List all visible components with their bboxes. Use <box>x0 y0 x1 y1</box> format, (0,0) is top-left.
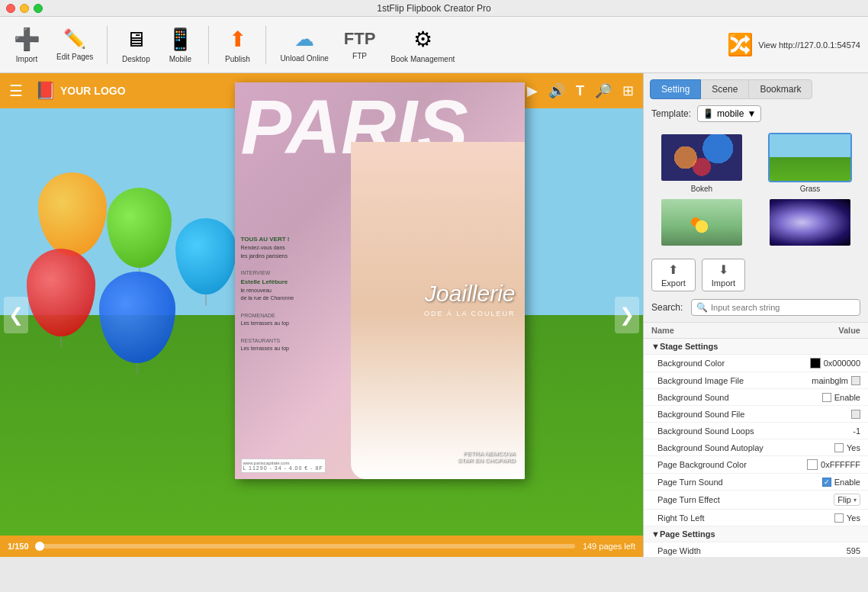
name-column-header: Name <box>651 326 838 335</box>
row-page-width: Page Width 595 <box>644 542 868 557</box>
publish-label: Publish <box>225 55 250 63</box>
background-sound-loops-name: Background Sound Loops <box>657 426 853 436</box>
toolbar-separator-2 <box>208 26 209 64</box>
row-background-sound: Background Sound Enable <box>644 389 868 406</box>
background-color-swatch[interactable] <box>810 358 821 368</box>
scene-grass-label: Grass <box>800 185 821 193</box>
magazine-container: PARIS CAPITALE +PARIS GUIDE IN ENGLISH ■… <box>235 82 525 479</box>
page-info: 1/150 <box>8 542 29 551</box>
logo-book-icon: 📕 <box>35 81 56 101</box>
flowers-bg <box>661 199 742 246</box>
publish-button[interactable]: ⬆ Publish <box>218 24 256 66</box>
export-button[interactable]: ⬆ Export <box>651 259 696 291</box>
search-input-wrap: 🔍 <box>691 299 860 316</box>
background-sound-file-browse[interactable] <box>851 410 860 419</box>
row-page-background-color: Page Background Color 0xFFFFFF <box>644 456 868 474</box>
progress-bar[interactable] <box>37 544 575 549</box>
background-sound-autoplay-name: Background Sound Autoplay <box>657 443 834 452</box>
row-right-to-left: Right To Left Yes <box>644 510 868 526</box>
tab-bookmark[interactable]: Bookmark <box>748 79 812 99</box>
stage-settings-header[interactable]: ▼Stage Settings <box>644 339 868 355</box>
scene-space-img <box>768 198 852 247</box>
template-select[interactable]: 📱 mobile ▼ <box>697 105 761 122</box>
book-management-button[interactable]: ⚙ Book Management <box>386 24 459 66</box>
balloon-orange <box>38 172 107 256</box>
page-settings-header[interactable]: ▼Page Settings <box>644 526 868 542</box>
page-turn-sound-name: Page Turn Sound <box>657 478 822 487</box>
scene-space[interactable] <box>758 198 862 249</box>
search-row: Search: 🔍 <box>644 296 868 322</box>
scene-bokeh[interactable]: Bokeh <box>650 133 754 193</box>
background-sound-autoplay-label: Yes <box>847 443 860 452</box>
publish-icon: ⬆ <box>229 27 246 52</box>
progress-dot <box>35 542 44 551</box>
balloon-lightblue <box>175 218 236 294</box>
balloon-red <box>27 249 95 336</box>
ftp-button[interactable]: FTP FTP <box>339 26 381 63</box>
app-title: 1stFlip Flipbook Creator Pro <box>377 3 490 14</box>
row-page-turn-sound: Page Turn Sound ✓ Enable <box>644 474 868 491</box>
grid-icon[interactable]: ⊞ <box>622 82 634 99</box>
prev-page-button[interactable]: ❮ <box>4 297 28 333</box>
background-color-text: 0x000000 <box>824 359 860 368</box>
next-page-button[interactable]: ❯ <box>615 297 639 333</box>
scene-grass[interactable]: Grass <box>758 133 862 193</box>
search-input[interactable] <box>711 303 855 312</box>
pages-left: 149 pages left <box>583 542 635 551</box>
background-sound-label: Enable <box>834 393 860 402</box>
row-page-turn-effect: Page Turn Effect Flip ▾ <box>644 491 868 510</box>
page-turn-effect-dropdown[interactable]: Flip ▾ <box>834 494 860 506</box>
tab-scene[interactable]: Scene <box>701 79 748 99</box>
search-icon: 🔍 <box>696 302 708 313</box>
view-info[interactable]: 🔀 View http://127.0.0.1:54574 <box>727 32 860 57</box>
background-sound-autoplay-checkbox[interactable] <box>834 443 844 452</box>
edit-pages-button[interactable]: ✏️ Edit Pages <box>52 25 98 64</box>
background-color-value[interactable]: 0x000000 <box>810 358 860 368</box>
toolbar-separator-1 <box>107 26 108 64</box>
balloon-blue <box>99 272 175 363</box>
page-background-color-swatch[interactable] <box>807 459 818 470</box>
page-background-color-value[interactable]: 0xFFFFFF <box>807 459 860 470</box>
ftp-label: FTP <box>352 52 367 60</box>
mobile-label: Mobile <box>169 55 191 63</box>
action-row: ⬆ Export ⬇ Import <box>644 254 868 296</box>
menu-icon[interactable]: ☰ <box>9 82 23 100</box>
close-button[interactable] <box>6 4 15 13</box>
background-sound-file-name: Background Sound File <box>657 410 851 419</box>
desktop-icon: 🖥 <box>125 27 146 52</box>
background-sound-loops-text: -1 <box>853 426 860 436</box>
tab-setting[interactable]: Setting <box>650 79 701 99</box>
import-button[interactable]: ⬇ Import <box>702 259 745 291</box>
bokeh-bg <box>661 134 742 181</box>
grass-bg <box>770 134 850 181</box>
joaillerie-text: Joaillerie <box>425 281 515 307</box>
magazine-barcode: www.pariscapitale.com L 11290 - 34 - 4.0… <box>241 458 326 473</box>
background-sound-checkbox[interactable] <box>822 393 831 402</box>
unload-online-button[interactable]: ☁ Unload Online <box>275 24 333 66</box>
background-image-browse-button[interactable] <box>851 376 860 385</box>
page-settings-label: ▼Page Settings <box>651 529 715 539</box>
search-label: Search: <box>651 302 685 313</box>
text-icon[interactable]: T <box>576 83 584 99</box>
right-to-left-checkbox[interactable] <box>834 513 844 523</box>
maximize-button[interactable] <box>34 4 43 13</box>
search-flipbook-icon[interactable]: 🔎 <box>595 82 612 99</box>
scene-flowers[interactable] <box>650 198 754 249</box>
scene-bokeh-label: Bokeh <box>691 185 712 193</box>
play-icon[interactable]: ▶ <box>527 82 538 99</box>
import-icon: ⬇ <box>719 262 728 277</box>
mobile-button[interactable]: 📱 Mobile <box>161 24 199 66</box>
minimize-button[interactable] <box>20 4 29 13</box>
page-turn-sound-value: ✓ Enable <box>822 478 860 487</box>
scenes-grid: Bokeh Grass <box>650 133 862 249</box>
sound-icon[interactable]: 🔊 <box>548 82 565 99</box>
right-panel: Setting Scene Bookmark Template: 📱 mobil… <box>643 73 868 557</box>
desktop-button[interactable]: 🖥 Desktop <box>117 24 155 66</box>
background-image-file-name: Background Image File <box>657 376 812 385</box>
import-button[interactable]: ➕ Import <box>8 24 46 66</box>
bottom-bar: 1/150 149 pages left <box>0 536 643 557</box>
magazine: PARIS CAPITALE +PARIS GUIDE IN ENGLISH ■… <box>235 82 525 479</box>
scenes-area: Bokeh Grass <box>644 128 868 254</box>
page-turn-sound-checkbox[interactable]: ✓ <box>822 478 831 487</box>
balloon-green <box>107 188 172 268</box>
